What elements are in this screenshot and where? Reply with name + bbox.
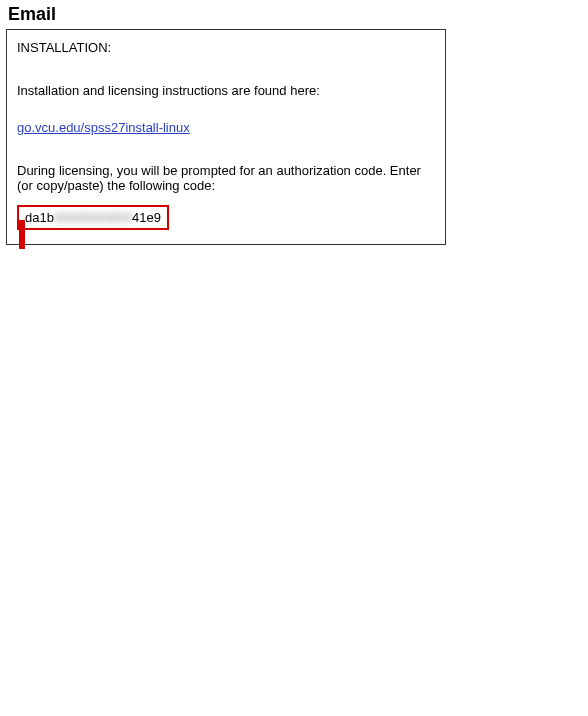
auth-code-box: da1bXXXXXXXXX41e9: [17, 205, 169, 230]
instructions-intro: Installation and licensing instructions …: [17, 83, 435, 98]
auth-code-suffix: 41e9: [132, 210, 161, 225]
install-instructions-link[interactable]: go.vcu.edu/spss27install-linux: [17, 120, 190, 135]
auth-code-redacted: XXXXXXXXX: [54, 210, 132, 225]
licensing-prompt-text: During licensing, you will be prompted f…: [17, 163, 435, 193]
auth-code-prefix: da1b: [25, 210, 54, 225]
email-body-box: INSTALLATION: Installation and licensing…: [6, 29, 446, 245]
installation-label: INSTALLATION:: [17, 40, 435, 55]
email-heading: Email: [8, 4, 584, 25]
